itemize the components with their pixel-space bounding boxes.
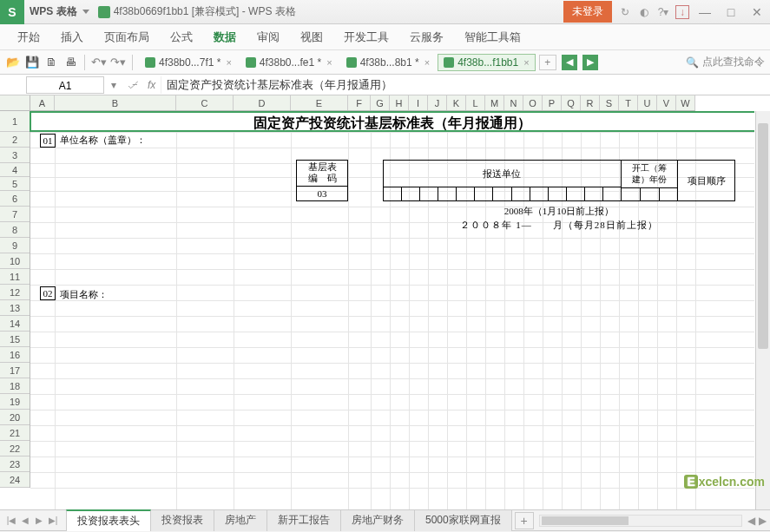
row-header-21[interactable]: 21 — [0, 425, 30, 441]
formula-content[interactable]: 固定资产投资统计基层标准表（年月报通用） — [161, 76, 770, 94]
col-header-P[interactable]: P — [543, 95, 562, 110]
row-header-1[interactable]: 1 — [0, 111, 30, 132]
cell-unit-name-label[interactable]: 单位名称（盖章）： — [60, 134, 146, 147]
row-header-24[interactable]: 24 — [0, 472, 30, 488]
row-header-15[interactable]: 15 — [0, 332, 30, 347]
name-box-dropdown-icon[interactable]: ▾ — [104, 79, 123, 91]
col-header-D[interactable]: D — [234, 95, 291, 110]
col-header-G[interactable]: G — [371, 95, 390, 110]
file-tab[interactable]: 4f38b...f1bb1× — [438, 54, 536, 71]
file-tab-close-icon[interactable]: × — [424, 57, 430, 68]
row-header-13[interactable]: 13 — [0, 300, 30, 316]
row-header-4[interactable]: 4 — [0, 163, 30, 177]
undo-icon[interactable]: ↶▾ — [91, 55, 107, 70]
menu-页面布局[interactable]: 页面布局 — [95, 26, 158, 49]
sheet-tab[interactable]: 房地产财务 — [340, 509, 415, 531]
app-name[interactable]: WPS 表格 — [24, 4, 82, 19]
horizontal-scrollbar[interactable] — [539, 515, 742, 527]
hscroll-left-icon[interactable]: ◀ — [747, 515, 755, 527]
hscroll-right-icon[interactable]: ▶ — [759, 515, 767, 527]
col-header-S[interactable]: S — [600, 95, 619, 110]
row-header-9[interactable]: 9 — [0, 238, 30, 253]
col-header-F[interactable]: F — [348, 95, 371, 110]
menu-数据[interactable]: 数据 — [205, 26, 245, 49]
row-header-23[interactable]: 23 — [0, 456, 30, 472]
row-header-20[interactable]: 20 — [0, 410, 30, 425]
row-header-8[interactable]: 8 — [0, 222, 30, 238]
row-header-11[interactable]: 11 — [0, 269, 30, 285]
row-header-7[interactable]: 7 — [0, 207, 30, 222]
menu-视图[interactable]: 视图 — [292, 26, 332, 49]
close-button[interactable]: ✕ — [746, 3, 768, 21]
row-header-18[interactable]: 18 — [0, 378, 30, 394]
scrollbar-thumb[interactable] — [758, 123, 768, 349]
row-headers[interactable]: 123456789101112131415161718192021222324 — [0, 111, 30, 488]
col-header-W[interactable]: W — [676, 95, 695, 110]
file-tab-close-icon[interactable]: × — [326, 57, 332, 68]
column-headers[interactable]: ABCDEFGHIJKLMNOPQRSTUVW — [30, 95, 695, 111]
row-header-14[interactable]: 14 — [0, 316, 30, 332]
name-box[interactable]: A1 — [26, 76, 104, 94]
file-tab-close-icon[interactable]: × — [226, 57, 231, 68]
spreadsheet-grid[interactable]: ABCDEFGHIJKLMNOPQRSTUVW 1234567891011121… — [0, 95, 770, 509]
row-header-5[interactable]: 5 — [0, 177, 30, 191]
formula-cancel-icon[interactable]: ⍻ — [123, 79, 142, 91]
menu-开始[interactable]: 开始 — [9, 26, 49, 49]
col-header-M[interactable]: M — [485, 95, 504, 110]
sheet-tab[interactable]: 房地产 — [214, 509, 267, 531]
row-header-12[interactable]: 12 — [0, 285, 30, 300]
sheet-tab[interactable]: 投资报表 — [150, 509, 214, 531]
sheet-nav-prev-icon[interactable]: ◀ — [19, 515, 31, 527]
row-header-17[interactable]: 17 — [0, 363, 30, 378]
base-code-box[interactable]: 基层表编 码 03 — [296, 160, 348, 201]
sheet-nav-first-icon[interactable]: |◀ — [5, 515, 17, 527]
col-header-J[interactable]: J — [428, 95, 447, 110]
sheet-nav-last-icon[interactable]: ▶| — [47, 515, 59, 527]
cells-area[interactable]: 固定资产投资统计基层标准表（年月报通用） 01 单位名称（盖章）： 02 项目名… — [30, 111, 754, 509]
cell-01-code[interactable]: 01 — [40, 134, 56, 148]
col-header-T[interactable]: T — [619, 95, 638, 110]
redo-icon[interactable]: ↷▾ — [110, 55, 126, 70]
row-header-2[interactable]: 2 — [0, 132, 30, 148]
app-menu-dropdown-icon[interactable] — [82, 10, 89, 14]
open-icon[interactable]: 📂 — [5, 55, 21, 70]
fx-icon[interactable]: fx — [142, 79, 161, 91]
file-tab[interactable]: 4f38b0...fe1 *× — [240, 54, 339, 71]
col-header-A[interactable]: A — [30, 95, 55, 110]
feedback-icon[interactable]: ↓ — [675, 5, 689, 19]
sheet-nav-next-icon[interactable]: ▶ — [33, 515, 45, 527]
cell-02-code[interactable]: 02 — [40, 286, 56, 300]
file-tab[interactable]: 4f38b...8b1 *× — [340, 54, 437, 71]
cell-project-name-label[interactable]: 项目名称： — [60, 288, 108, 301]
col-header-I[interactable]: I — [409, 95, 428, 110]
minimize-button[interactable]: — — [694, 3, 716, 21]
save-icon[interactable]: 💾 — [24, 55, 40, 70]
maximize-button[interactable]: □ — [720, 3, 742, 21]
tab-prev-button[interactable]: ◀ — [562, 55, 577, 70]
col-header-B[interactable]: B — [55, 95, 176, 110]
file-tab[interactable]: 4f38b0...7f1 *× — [139, 54, 238, 71]
note-2008[interactable]: 2008年（1月10日前上报） — [383, 205, 735, 218]
col-header-N[interactable]: N — [504, 95, 523, 110]
menu-插入[interactable]: 插入 — [52, 26, 92, 49]
menu-开发工具[interactable]: 开发工具 — [335, 26, 398, 49]
col-header-E[interactable]: E — [291, 95, 348, 110]
new-tab-button[interactable]: + — [539, 55, 556, 70]
row-header-19[interactable]: 19 — [0, 394, 30, 410]
col-header-L[interactable]: L — [466, 95, 485, 110]
hscroll-thumb[interactable] — [542, 516, 629, 525]
sheet-tab[interactable]: 5000家联网直报 — [414, 509, 512, 531]
col-header-Q[interactable]: Q — [562, 95, 581, 110]
command-search[interactable]: 🔍 点此查找命令 — [686, 55, 765, 69]
tab-next-button[interactable]: ▶ — [582, 55, 598, 70]
sheet-tab[interactable]: 新开工报告 — [267, 509, 341, 531]
row-header-3[interactable]: 3 — [0, 148, 30, 163]
col-header-V[interactable]: V — [657, 95, 676, 110]
col-header-R[interactable]: R — [581, 95, 600, 110]
skin-icon[interactable]: ◐ — [637, 5, 651, 19]
row-header-16[interactable]: 16 — [0, 347, 30, 363]
row-header-10[interactable]: 10 — [0, 253, 30, 269]
menu-云服务[interactable]: 云服务 — [401, 26, 452, 49]
add-sheet-button[interactable]: + — [515, 512, 534, 529]
col-header-C[interactable]: C — [176, 95, 234, 110]
